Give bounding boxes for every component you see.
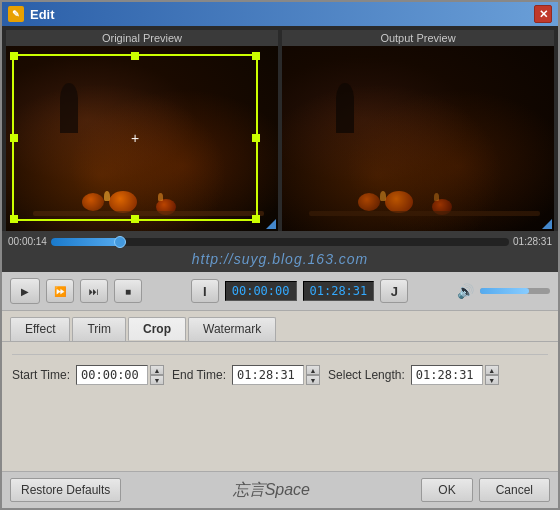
output-preview-panel: Output Preview <box>282 30 554 231</box>
output-video <box>282 46 554 231</box>
controls-bar: 00:00:14 01:28:31 http://suyg.blog.163.c… <box>2 231 558 272</box>
playback-controls: ▶ ⏩ ⏭ ■ I 00:00:00 01:28:31 J 🔊 <box>2 272 558 310</box>
end-time-up[interactable]: ▲ <box>306 365 320 375</box>
preview-area: Original Preview <box>2 26 558 231</box>
mark-in-button[interactable]: I <box>191 279 219 303</box>
timeline-fill <box>51 238 120 246</box>
mark-out-button[interactable]: J <box>380 279 408 303</box>
start-time-down[interactable]: ▼ <box>150 375 164 385</box>
close-button[interactable]: ✕ <box>534 5 552 23</box>
restore-defaults-button[interactable]: Restore Defaults <box>10 478 121 502</box>
start-time-group: Start Time: ▲ ▼ <box>12 365 164 385</box>
timeline-row: 00:00:14 01:28:31 <box>8 234 552 249</box>
tab-crop[interactable]: Crop <box>128 317 186 341</box>
original-preview-panel: Original Preview <box>6 30 278 231</box>
time-fields-row: Start Time: ▲ ▼ End Time: ▲ ▼ Select Len… <box>12 357 548 393</box>
output-corner-mark <box>542 219 552 229</box>
original-preview-label: Original Preview <box>6 30 278 46</box>
select-length-down[interactable]: ▼ <box>485 375 499 385</box>
timeline-end-label: 01:28:31 <box>513 236 552 247</box>
end-time-input[interactable] <box>232 365 304 385</box>
title-bar: ✎ Edit ✕ <box>2 2 558 26</box>
timeline-track[interactable] <box>51 238 509 246</box>
end-time-group: End Time: ▲ ▼ <box>172 365 320 385</box>
stop-button[interactable]: ■ <box>114 279 142 303</box>
start-time-up[interactable]: ▲ <box>150 365 164 375</box>
app-icon: ✎ <box>8 6 24 22</box>
select-length-group: Select Length: ▲ ▼ <box>328 365 499 385</box>
timeline-thumb[interactable] <box>114 236 126 248</box>
end-time-label: End Time: <box>172 368 226 382</box>
mark-in-icon: I <box>203 284 207 299</box>
select-length-up[interactable]: ▲ <box>485 365 499 375</box>
tab-watermark[interactable]: Watermark <box>188 317 276 341</box>
volume-fill <box>480 288 529 294</box>
window-title: Edit <box>30 7 534 22</box>
total-time-display: 01:28:31 <box>303 281 375 301</box>
content-area: Start Time: ▲ ▼ End Time: ▲ ▼ Select Len… <box>2 341 558 471</box>
tab-effect[interactable]: Effect <box>10 317 70 341</box>
play-icon: ▶ <box>21 286 29 297</box>
watermark-url: http://suyg.blog.163.com <box>8 249 552 269</box>
cancel-button[interactable]: Cancel <box>479 478 550 502</box>
action-buttons: OK Cancel <box>421 478 550 502</box>
tab-trim[interactable]: Trim <box>72 317 126 341</box>
output-scene <box>282 46 554 231</box>
end-time-down[interactable]: ▼ <box>306 375 320 385</box>
skip-next-icon: ⏭ <box>89 286 99 297</box>
mark-out-icon: J <box>391 284 398 299</box>
stop-icon: ■ <box>125 286 131 297</box>
fast-forward-icon: ⏩ <box>54 286 66 297</box>
skip-next-button[interactable]: ⏭ <box>80 279 108 303</box>
select-length-label: Select Length: <box>328 368 405 382</box>
edit-window: ✎ Edit ✕ Original Preview <box>0 0 560 510</box>
volume-icon: 🔊 <box>457 283 474 299</box>
divider <box>12 354 548 355</box>
fast-forward-button[interactable]: ⏩ <box>46 279 74 303</box>
bottom-bar: Restore Defaults 忘言Space OK Cancel <box>2 471 558 508</box>
end-time-spinner: ▲ ▼ <box>306 365 320 385</box>
original-corner-mark <box>266 219 276 229</box>
start-time-spinner: ▲ ▼ <box>150 365 164 385</box>
start-time-label: Start Time: <box>12 368 70 382</box>
tabs-row: Effect Trim Crop Watermark <box>2 310 558 341</box>
select-length-input[interactable] <box>411 365 483 385</box>
play-button[interactable]: ▶ <box>10 278 40 304</box>
original-scene <box>6 46 278 231</box>
timeline-start-label: 00:00:14 <box>8 236 47 247</box>
current-time-display: 00:00:00 <box>225 281 297 301</box>
volume-slider[interactable] <box>480 288 550 294</box>
output-preview-label: Output Preview <box>282 30 554 46</box>
original-video: + <box>6 46 278 231</box>
ok-button[interactable]: OK <box>421 478 472 502</box>
start-time-input[interactable] <box>76 365 148 385</box>
brand-text: 忘言Space <box>121 480 421 501</box>
select-length-spinner: ▲ ▼ <box>485 365 499 385</box>
